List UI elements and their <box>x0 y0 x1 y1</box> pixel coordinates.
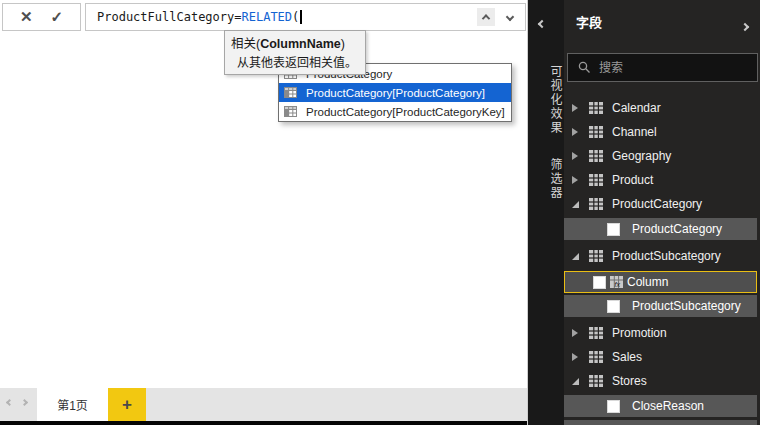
chevron-up-icon <box>482 14 490 22</box>
table-row-stores[interactable]: Stores <box>564 369 760 393</box>
tooltip-signature: 相关(ColumnName) <box>231 33 357 52</box>
column-icon <box>284 87 297 98</box>
expand-arrow-icon[interactable] <box>572 353 578 361</box>
formula-bar-resize-controls <box>477 8 519 26</box>
calculated-column-icon: fx <box>610 276 623 288</box>
table-row-calendar[interactable]: Calendar <box>564 96 760 120</box>
formula-collapse-button[interactable] <box>501 8 519 26</box>
formula-lhs: ProductFullCategory= <box>97 10 242 24</box>
bottom-edge <box>0 421 527 425</box>
table-icon <box>589 351 603 363</box>
intellisense-tooltip: 相关(ColumnName) 从其他表返回相关值。 <box>224 30 366 75</box>
commit-formula-icon[interactable]: ✓ <box>51 8 64 26</box>
field-row-productcategory[interactable]: ProductCategory <box>564 218 757 240</box>
next-page-icon[interactable] <box>21 399 28 406</box>
table-icon <box>589 126 603 138</box>
table-label: ProductSubcategory <box>612 249 721 263</box>
page-tab-active[interactable]: 第1页 <box>37 388 108 421</box>
chevron-down-icon <box>506 13 514 21</box>
cancel-formula-icon[interactable]: ✕ <box>20 8 33 26</box>
expand-arrow-icon[interactable] <box>572 329 578 337</box>
prev-page-icon[interactable] <box>6 399 13 406</box>
field-label: Column <box>627 275 668 289</box>
formula-expression: ProductFullCategory=RELATED( <box>97 10 302 25</box>
field-checkbox[interactable] <box>607 300 620 313</box>
tooltip-description: 从其他表返回相关值。 <box>231 53 357 70</box>
expand-pane-button[interactable] <box>539 13 545 31</box>
table-row-sales[interactable]: Sales <box>564 345 760 369</box>
fields-tree: Calendar Channel Geography <box>564 96 760 425</box>
field-row-new-column[interactable]: fx Column <box>564 271 757 293</box>
table-label: Sales <box>612 350 642 364</box>
tooltip-function-name: 相关 <box>231 37 256 51</box>
table-label: Product <box>612 173 653 187</box>
search-icon <box>578 61 591 74</box>
table-icon <box>589 198 603 210</box>
table-row-channel[interactable]: Channel <box>564 120 760 144</box>
field-checkbox[interactable] <box>607 223 620 236</box>
table-label: Stores <box>612 374 647 388</box>
table-icon <box>589 250 603 262</box>
collapse-arrow-icon[interactable] <box>572 253 579 260</box>
page-nav-arrows <box>7 400 27 405</box>
fields-panel-header: 字段 <box>564 0 760 40</box>
field-label: CloseReason <box>632 399 704 413</box>
expand-arrow-icon[interactable] <box>572 176 578 184</box>
collapse-fields-pane-button[interactable] <box>742 16 748 34</box>
search-input[interactable] <box>599 61 739 75</box>
suggestion-label: ProductCategory[ProductCategory] <box>306 87 485 99</box>
field-label: ProductSubcategory <box>632 299 741 313</box>
table-row-geography[interactable]: Geography <box>564 144 760 168</box>
field-checkbox[interactable] <box>607 400 620 413</box>
field-checkbox[interactable] <box>593 276 606 289</box>
table-label: Calendar <box>612 101 661 115</box>
chevron-right-icon <box>741 23 749 31</box>
table-row-product[interactable]: Product <box>564 168 760 192</box>
chevron-left-icon <box>538 20 546 28</box>
table-icon <box>589 150 603 162</box>
tooltip-close-paren: ) <box>341 37 345 51</box>
suggestion-item[interactable]: ProductCategory[ProductCategoryKey] <box>279 102 511 121</box>
formula-action-buttons: ✕ ✓ <box>2 3 81 31</box>
add-page-button[interactable]: + <box>108 388 146 421</box>
table-row-promotion[interactable]: Promotion <box>564 321 760 345</box>
text-caret <box>300 10 302 24</box>
suggestion-label: ProductCategory[ProductCategoryKey] <box>306 106 505 118</box>
table-label: Geography <box>612 149 671 163</box>
table-label: ProductCategory <box>612 197 702 211</box>
tooltip-param-name: ColumnName <box>260 37 341 51</box>
report-canvas: ✕ ✓ ProductFullCategory=RELATED( 相关(Colu… <box>0 0 528 425</box>
tab-visualizations[interactable]: 可视化效果 <box>528 52 564 148</box>
table-icon <box>589 375 603 387</box>
field-row-closereason[interactable]: CloseReason <box>564 395 757 417</box>
expand-arrow-icon[interactable] <box>572 104 578 112</box>
formula-keyword: RELATED <box>242 10 293 24</box>
field-row-partial <box>564 420 757 425</box>
table-row-productcategory[interactable]: ProductCategory <box>564 192 760 216</box>
column-icon <box>284 106 297 117</box>
svg-text:fx: fx <box>615 281 621 288</box>
formula-paren: ( <box>292 10 299 24</box>
field-label: ProductCategory <box>632 222 722 236</box>
table-icon <box>589 174 603 186</box>
table-label: Promotion <box>612 326 667 340</box>
side-pane-strip: 可视化效果 筛选器 <box>528 0 564 425</box>
table-icon <box>589 102 603 114</box>
collapse-arrow-icon[interactable] <box>572 201 579 208</box>
table-row-productsubcategory[interactable]: ProductSubcategory <box>564 244 760 268</box>
collapse-arrow-icon[interactable] <box>572 378 579 385</box>
expand-arrow-icon[interactable] <box>572 128 578 136</box>
formula-input[interactable]: ProductFullCategory=RELATED( <box>85 3 526 31</box>
expand-arrow-icon[interactable] <box>572 152 578 160</box>
page-tab-bar: 第1页 + <box>0 388 527 421</box>
table-label: Channel <box>612 125 657 139</box>
field-row-productsubcategory[interactable]: ProductSubcategory <box>564 295 757 317</box>
formula-expand-button[interactable] <box>477 8 495 26</box>
fields-panel: 字段 Calendar <box>564 0 760 425</box>
fields-panel-title: 字段 <box>576 12 602 31</box>
suggestion-item-selected[interactable]: ProductCategory[ProductCategory] <box>279 83 511 102</box>
tab-filters[interactable]: 筛选器 <box>528 146 564 212</box>
powerbi-report-view: ✕ ✓ ProductFullCategory=RELATED( 相关(Colu… <box>0 0 760 425</box>
table-icon <box>589 327 603 339</box>
fields-search-box <box>567 53 758 82</box>
